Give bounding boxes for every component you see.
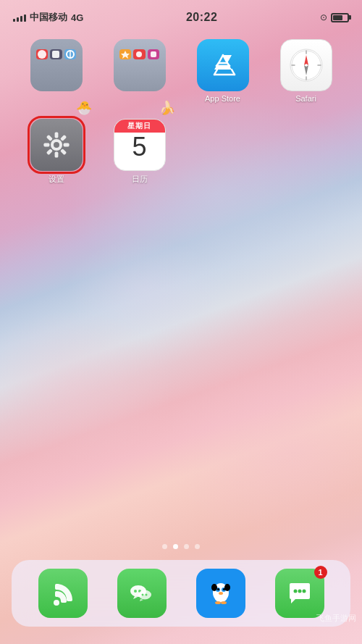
svg-rect-27 bbox=[46, 135, 52, 141]
svg-point-33 bbox=[141, 594, 143, 596]
calendar-weekday: 星期日 bbox=[114, 120, 165, 133]
app-slot-folder1[interactable] bbox=[14, 35, 98, 107]
dock-qq[interactable] bbox=[196, 569, 245, 618]
gear-icon bbox=[39, 127, 74, 162]
page-dot-3[interactable] bbox=[184, 544, 189, 549]
settings-label: 设置 bbox=[49, 174, 64, 185]
svg-point-32 bbox=[138, 590, 151, 600]
svg-rect-26 bbox=[43, 143, 49, 147]
calendar-label: 日历 bbox=[132, 174, 148, 185]
app-row-1: App Store bbox=[14, 35, 348, 107]
svg-point-19 bbox=[54, 142, 59, 148]
svg-point-5 bbox=[136, 51, 142, 57]
signal-bars-icon bbox=[13, 13, 26, 22]
qq-icon bbox=[204, 577, 237, 610]
watermark: 飞鱼手游网 bbox=[316, 613, 356, 624]
safari-label: Safari bbox=[295, 94, 316, 103]
svg-point-38 bbox=[217, 588, 219, 590]
signal-bar-2 bbox=[17, 17, 19, 22]
network-type-label: 4G bbox=[71, 12, 83, 23]
svg-point-48 bbox=[302, 590, 306, 593]
decoration-chick: 🐣 bbox=[76, 100, 92, 116]
appstore-label: App Store bbox=[205, 94, 240, 103]
page-dot-4[interactable] bbox=[195, 544, 200, 549]
mini-icon-3 bbox=[64, 49, 77, 59]
app-slot-calendar[interactable]: 星期日 5 日历 bbox=[98, 114, 181, 189]
messages-badge: 1 bbox=[314, 566, 327, 579]
status-left: 中国移动 4G bbox=[13, 11, 83, 24]
folder1-wrapper[interactable] bbox=[30, 39, 83, 91]
settings-icon[interactable] bbox=[30, 119, 83, 171]
folder2-icon[interactable] bbox=[114, 39, 166, 91]
mini-icon-1 bbox=[36, 49, 49, 59]
svg-rect-1 bbox=[52, 51, 59, 58]
safari-svg bbox=[287, 46, 325, 84]
mini2-icon-3 bbox=[148, 49, 160, 59]
svg-point-44 bbox=[215, 601, 221, 604]
svg-point-45 bbox=[221, 601, 227, 604]
battery-icon bbox=[331, 13, 349, 22]
svg-rect-22 bbox=[63, 143, 69, 147]
mini-icon-2 bbox=[50, 49, 62, 59]
calendar-date: 5 bbox=[132, 134, 146, 160]
app-grid: App Store bbox=[0, 29, 362, 537]
messages-icon bbox=[284, 577, 316, 609]
svg-point-46 bbox=[293, 590, 297, 593]
alarm-icon: ⊙ bbox=[320, 12, 327, 22]
page-dot-1[interactable] bbox=[162, 544, 167, 549]
folder2-wrapper[interactable] bbox=[114, 39, 166, 91]
safari-wrapper[interactable] bbox=[280, 39, 332, 91]
signal-bar-1 bbox=[13, 19, 15, 22]
svg-point-30 bbox=[134, 590, 137, 593]
svg-rect-6 bbox=[151, 51, 156, 57]
signal-bar-4 bbox=[24, 14, 26, 22]
mini2-icon-2 bbox=[133, 49, 146, 59]
signal-bar-3 bbox=[20, 16, 22, 22]
status-right: ⊙ bbox=[320, 12, 349, 22]
app-slot-appstore[interactable]: App Store bbox=[181, 35, 264, 107]
dock-messages[interactable]: 1 bbox=[275, 569, 324, 618]
svg-point-43 bbox=[215, 595, 227, 602]
calendar-icon[interactable]: 星期日 5 bbox=[114, 119, 166, 171]
app-row-2: 设置 星期日 5 日历 bbox=[14, 114, 348, 189]
appstore-svg bbox=[207, 49, 239, 81]
folder1-icon[interactable] bbox=[30, 39, 83, 91]
page-dot-2[interactable] bbox=[173, 544, 178, 549]
safari-icon[interactable] bbox=[280, 39, 332, 91]
svg-rect-21 bbox=[60, 135, 67, 141]
battery-fill bbox=[333, 15, 342, 20]
wechat-icon bbox=[126, 577, 158, 609]
app-slot-folder2[interactable] bbox=[98, 35, 181, 107]
svg-marker-4 bbox=[121, 51, 130, 59]
dock: 1 bbox=[12, 560, 350, 627]
app-slot-settings[interactable]: 设置 bbox=[14, 114, 98, 189]
appstore-icon[interactable] bbox=[197, 39, 249, 91]
svg-point-0 bbox=[38, 50, 46, 59]
carrier-label: 中国移动 bbox=[30, 11, 67, 24]
dock-phone[interactable] bbox=[38, 569, 88, 618]
svg-point-41 bbox=[211, 584, 217, 591]
svg-point-42 bbox=[224, 584, 230, 591]
decoration-banana: 🍌 bbox=[159, 100, 175, 116]
settings-wrapper[interactable] bbox=[30, 119, 83, 171]
svg-point-34 bbox=[145, 594, 147, 596]
clock: 20:22 bbox=[186, 11, 217, 24]
svg-point-40 bbox=[219, 592, 223, 595]
appstore-wrapper[interactable] bbox=[197, 39, 249, 91]
svg-point-47 bbox=[298, 590, 301, 593]
svg-rect-23 bbox=[60, 149, 67, 155]
page-dots bbox=[0, 544, 362, 549]
svg-rect-20 bbox=[54, 132, 58, 138]
svg-point-28 bbox=[54, 600, 59, 606]
svg-rect-25 bbox=[46, 149, 52, 155]
dock-wechat[interactable] bbox=[117, 569, 167, 618]
phone-icon bbox=[48, 578, 78, 609]
app-slot-safari[interactable]: Safari bbox=[264, 35, 348, 107]
mini2-icon-1 bbox=[119, 49, 132, 59]
calendar-wrapper[interactable]: 星期日 5 bbox=[114, 119, 166, 171]
svg-rect-24 bbox=[54, 152, 58, 158]
status-bar: 中国移动 4G 20:22 ⊙ bbox=[0, 0, 362, 29]
